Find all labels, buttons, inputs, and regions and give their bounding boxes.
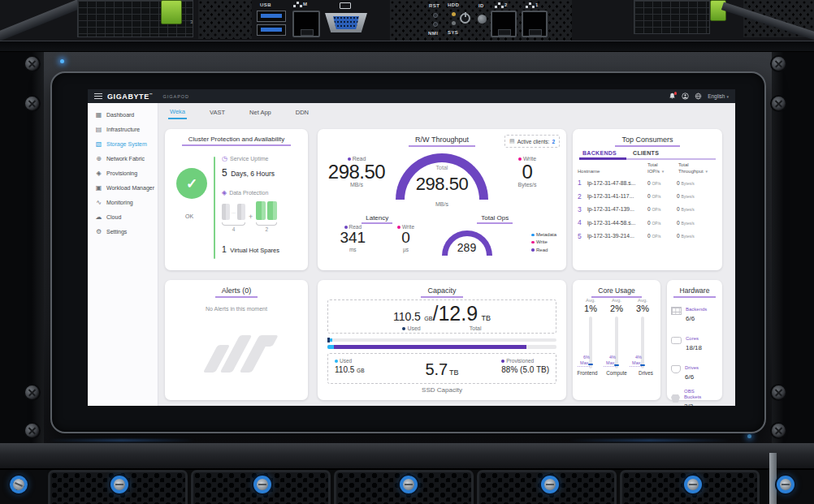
fan-thumbscrew — [684, 476, 702, 493]
panel-screw — [25, 97, 39, 110]
notification-dot — [674, 92, 678, 95]
service-uptime-row: ◷Service Uptime — [222, 155, 304, 162]
nmi-button — [433, 22, 438, 27]
panel-screw — [25, 57, 39, 71]
card-title: Top Consumers — [573, 129, 722, 144]
table-row[interactable]: 3ip-172-31-47-139... 0 OP/s 0 Bytes/s — [573, 203, 722, 216]
nmi-label: NMI — [428, 31, 438, 36]
data-stripe-bar — [237, 204, 245, 220]
write-dot — [397, 226, 401, 229]
tab-netapp[interactable]: Net App — [248, 106, 273, 118]
network-fabric-icon: ⊕ — [95, 155, 102, 162]
rack-rail-left — [0, 52, 44, 443]
sidebar-item-storage-system[interactable]: ▧Storage System — [88, 136, 158, 151]
status-ok-label: OK — [185, 213, 193, 219]
lan1-label: 1 — [526, 2, 539, 8]
bell-icon[interactable] — [669, 93, 676, 100]
hardware-obs-buckets: OBS Buckets2/2 — [671, 387, 718, 406]
clients-icon: ▤ — [509, 138, 515, 144]
filter-icon[interactable]: ▼ — [661, 170, 665, 174]
hardware-card: Hardware Backends6/6 Cores18/18 — [667, 280, 722, 400]
globe-icon[interactable] — [695, 93, 702, 100]
clock-icon: ◷ — [222, 155, 227, 162]
lan-port-2 — [491, 11, 517, 37]
throughput-card: R/W Throughput ▤Active clients:2 Read 29… — [318, 129, 566, 270]
tab-weka[interactable]: Weka — [168, 106, 187, 119]
vga-icon — [340, 2, 351, 9]
ssd-provisioned: Provisioned 88% (5.0 TB) — [501, 358, 549, 374]
divider — [214, 157, 215, 259]
panel-screw — [772, 424, 786, 437]
sidebar-item-network-fabric[interactable]: ⊕Network Fabric — [88, 151, 158, 166]
network-icon — [498, 2, 500, 5]
sidebar-item-cloud[interactable]: ☁Cloud — [88, 209, 158, 224]
core-col-compute: Avg. 2% 4%Max. — [604, 298, 630, 368]
tab-vast[interactable]: VAST — [208, 106, 227, 118]
max-label: 4%Max. — [630, 355, 642, 367]
service-uptime-value: 5 Days, 6 Hours — [222, 165, 304, 179]
chevron-down-icon: ▾ — [726, 94, 729, 99]
hdd-led — [452, 12, 456, 16]
sidebar-item-infrastructure[interactable]: ▤Infrastructure — [88, 122, 158, 136]
read-throughput: Read 298.50 MB/s — [323, 146, 391, 213]
core-col-frontend: Avg. 1% 6%Max. — [578, 298, 604, 368]
mgmt-lan-label: M — [294, 2, 307, 7]
gigabyte-logo: GIGABYTE™ — [107, 93, 153, 101]
sidebar-item-provisioning[interactable]: ◈Provisioning — [88, 166, 158, 180]
core-usage-card: Core Usage Avg. 1% 6%Max. Avg. 2% — [573, 280, 660, 400]
max-label: 4%Max. — [604, 355, 616, 367]
tab-clients[interactable]: CLIENTS — [633, 150, 659, 156]
fan-rail — [0, 443, 814, 470]
sidebar-item-dashboard[interactable]: ▦Dashboard — [88, 107, 158, 122]
panel-screw — [25, 386, 39, 399]
used-dot — [402, 327, 405, 330]
rail-post — [769, 453, 777, 504]
hardware-backends: Backends6/6 — [671, 299, 718, 322]
alerts-card: Alerts (0) No Alerts in this moment — [165, 280, 308, 400]
backends-icon — [671, 307, 682, 315]
menu-icon[interactable] — [94, 93, 102, 99]
hardware-drives: Drives6/6 — [671, 358, 718, 381]
front-panel: GIGABYTE™ GIGAPOD English▾ — [0, 52, 814, 443]
table-row[interactable]: 5ip-172-31-39-214... 0 OP/s 0 Bytes/s — [573, 230, 722, 243]
led-glow — [569, 439, 731, 442]
user-icon[interactable] — [682, 93, 689, 100]
dashboard-icon: ▦ — [95, 111, 102, 118]
rst-label: RST — [429, 3, 439, 8]
panel-screw — [772, 386, 786, 399]
rack-ear-left — [0, 0, 88, 41]
id-button — [478, 15, 487, 24]
tab-ddn[interactable]: DDN — [294, 106, 310, 118]
hardware-cores: Cores18/18 — [671, 329, 718, 351]
lan-port-1 — [522, 11, 548, 37]
usb-port-1 — [257, 11, 286, 22]
infrastructure-icon: ▤ — [95, 126, 102, 133]
tab-backends[interactable]: BACKENDS — [582, 150, 617, 156]
table-row[interactable]: 4ip-172-31-44-58.s... 0 OP/s 0 Bytes/s — [573, 216, 722, 229]
sidebar-item-monitoring[interactable]: ∿Monitoring — [88, 195, 158, 209]
mgmt-lan-port — [292, 11, 320, 37]
total-throughput-gauge: Total 298.50 MB/s — [391, 146, 493, 213]
sidebar-item-workload-manager[interactable]: ▣Workload Manager — [88, 180, 158, 195]
panel-screw — [772, 57, 786, 71]
table-row[interactable]: 1ip-172-31-47-88.s... 0 OP/s 0 Bytes/s — [573, 176, 722, 189]
active-clients-badge: ▤Active clients:2 — [504, 135, 560, 148]
drives-icon — [671, 365, 681, 373]
sidebar-item-settings[interactable]: ⚙Settings — [88, 224, 158, 239]
used-legend: Used — [402, 325, 420, 331]
language-selector[interactable]: English▾ — [708, 93, 729, 99]
provisioned-dot — [501, 360, 504, 363]
table-row[interactable]: 2ip-172-31-41-117... 0 OP/s 0 Bytes/s — [573, 189, 722, 202]
total-ops-title: Total Ops — [431, 214, 561, 222]
usb-label: USB — [260, 2, 271, 7]
vendor-tabs: Weka VAST Net App DDN — [158, 103, 735, 121]
filter-icon[interactable]: ▼ — [704, 170, 708, 174]
total-ops-legend: Metadata Write Read — [531, 231, 556, 254]
monitoring-icon: ∿ — [95, 199, 102, 206]
lan2-label: 2 — [496, 2, 508, 8]
cores-icon — [671, 337, 682, 344]
alerts-empty-message: No Alerts in this moment — [165, 306, 308, 312]
status-led-blue — [60, 59, 64, 63]
hdd-label: HDD — [448, 2, 459, 7]
tabs-underline — [579, 158, 716, 160]
